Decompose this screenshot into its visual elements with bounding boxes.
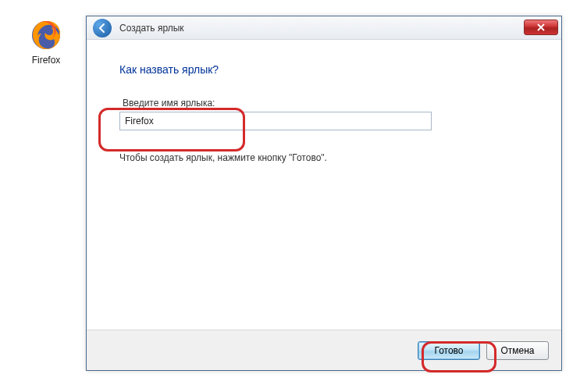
titlebar: Создать ярлык bbox=[87, 16, 561, 40]
desktop-icon-label: Firefox bbox=[22, 55, 70, 66]
close-icon bbox=[537, 23, 545, 31]
firefox-icon bbox=[28, 17, 64, 53]
cancel-button[interactable]: Отмена bbox=[486, 341, 549, 360]
create-shortcut-wizard: Создать ярлык Как назвать ярлык? Введите… bbox=[86, 16, 562, 371]
window-title: Создать ярлык bbox=[119, 23, 184, 34]
page-heading: Как назвать ярлык? bbox=[119, 63, 536, 76]
desktop-icon-firefox[interactable]: Firefox bbox=[22, 17, 70, 66]
wizard-content: Как назвать ярлык? Введите имя ярлыка: Ч… bbox=[87, 40, 561, 330]
close-button[interactable] bbox=[524, 20, 558, 35]
arrow-left-icon bbox=[97, 23, 108, 34]
wizard-footer: Готово Отмена bbox=[87, 330, 561, 370]
hint-text: Чтобы создать ярлык, нажмите кнопку "Гот… bbox=[119, 152, 536, 163]
finish-button[interactable]: Готово bbox=[418, 341, 480, 360]
shortcut-name-input[interactable] bbox=[119, 112, 432, 130]
shortcut-name-label: Введите имя ярлыка: bbox=[119, 98, 536, 109]
back-button[interactable] bbox=[93, 19, 112, 37]
